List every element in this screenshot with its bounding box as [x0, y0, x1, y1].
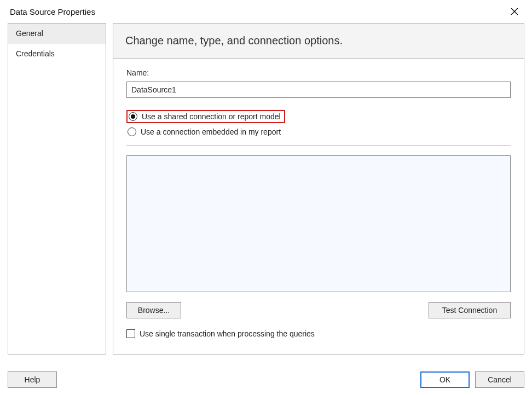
radio-label: Use a connection embedded in my report: [141, 127, 281, 136]
checkbox-icon: [126, 329, 135, 338]
sidebar-item-credentials[interactable]: Credentials: [8, 44, 106, 64]
panel-body: Name: Use a shared connection or report …: [113, 59, 524, 354]
main-panel: Change name, type, and connection option…: [113, 23, 524, 355]
radio-embedded-connection[interactable]: Use a connection embedded in my report: [126, 126, 284, 137]
sidebar-item-label: General: [16, 29, 43, 38]
dialog-window: Data Source Properties General Credentia…: [0, 0, 532, 395]
radio-label: Use a shared connection or report model: [142, 112, 281, 121]
connection-list[interactable]: [126, 155, 511, 292]
cancel-button[interactable]: Cancel: [475, 371, 524, 388]
name-label: Name:: [126, 68, 511, 77]
name-input[interactable]: [126, 82, 511, 98]
workarea: General Credentials Change name, type, a…: [0, 23, 532, 364]
radio-icon: [129, 112, 137, 121]
radio-icon: [128, 127, 136, 136]
single-transaction-row[interactable]: Use single transaction when processing t…: [126, 329, 511, 338]
browse-button[interactable]: Browse...: [126, 302, 181, 318]
window-title: Data Source Properties: [10, 7, 95, 16]
test-connection-button[interactable]: Test Connection: [429, 302, 511, 318]
help-button[interactable]: Help: [8, 371, 57, 388]
titlebar: Data Source Properties: [0, 0, 532, 23]
panel-heading: Change name, type, and connection option…: [113, 24, 524, 59]
sidebar: General Credentials: [8, 23, 106, 355]
close-icon[interactable]: [504, 3, 525, 20]
connection-buttons-row: Browse... Test Connection: [126, 302, 511, 318]
sidebar-item-label: Credentials: [16, 49, 55, 58]
separator: [126, 145, 511, 146]
ok-button[interactable]: OK: [420, 371, 470, 388]
single-transaction-label: Use single transaction when processing t…: [140, 329, 315, 338]
dialog-footer: Help OK Cancel: [0, 364, 532, 395]
sidebar-item-general[interactable]: General: [8, 24, 106, 44]
radio-shared-connection[interactable]: Use a shared connection or report model: [126, 110, 285, 123]
connection-type-group: Use a shared connection or report model …: [126, 110, 511, 137]
